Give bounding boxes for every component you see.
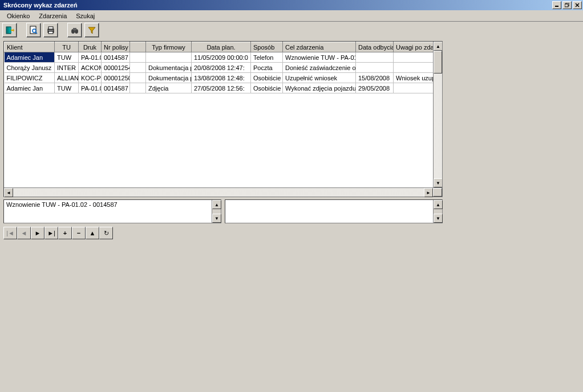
filter-button[interactable] [84,23,99,38]
cell-sposob[interactable]: Osobiście [251,73,283,83]
scroll-down-icon[interactable]: ▼ [212,214,221,223]
find-button[interactable] [67,23,82,38]
preview-icon [29,26,38,35]
table-row[interactable]: Chorąży JanuszINTER IACKOM00001254Dokume… [5,63,443,73]
nav-last-button[interactable]: ►| [44,227,58,239]
horizontal-scrollbar[interactable]: ◄ ► [4,187,442,197]
cell-cel[interactable]: Uzupełnić wniosek [283,73,356,83]
nav-prev-button[interactable]: ◄ [17,227,31,239]
cell-nr[interactable]: 0014587 [102,83,130,93]
cell-klient[interactable]: Adamiec Jan [5,83,55,93]
cell-tu[interactable]: TUW [55,83,79,93]
exit-button[interactable] [2,23,17,38]
cell-druk[interactable]: PA-01.0 [79,83,102,93]
column-header[interactable]: Klient [5,42,55,52]
cell-cel[interactable]: Wykonać zdjęcia pojazdu [283,83,356,93]
cell-tu[interactable]: INTER I [55,63,79,73]
svg-rect-2 [565,4,568,7]
cell-tu[interactable]: TUW [55,52,79,63]
cell-druk[interactable]: ACKOM [79,63,102,73]
cell-sposob[interactable]: Telefon [251,52,283,63]
svg-rect-11 [48,27,53,29]
cell-data[interactable]: 11/05/2009 00:00:0 [192,52,251,63]
detail-left-textbox[interactable]: Wznowienie TUW - PA-01.02 - 0014587 ▲ ▼ [3,199,221,223]
record-navigator: |◄ ◄ ► ►| + − ▲ ↻ [3,227,580,239]
exit-icon [5,26,14,35]
menu-okienko[interactable]: Okienko [2,11,34,21]
scroll-down-button[interactable]: ▼ [434,178,442,187]
cell-cel[interactable]: Wznowienie TUW - PA-01 [283,52,356,63]
cell-odbycia[interactable]: 15/08/2008 [356,73,394,83]
column-header[interactable]: Sposób [251,42,283,52]
cell-nr[interactable]: 0014587 [102,52,130,63]
column-header[interactable] [130,42,146,52]
cell-odbycia[interactable] [356,63,394,73]
cell-nr[interactable]: 00001250 [102,73,130,83]
cell-typ[interactable]: Zdjęcia [146,83,192,93]
column-header[interactable]: Data odbycia [356,42,394,52]
column-header[interactable]: Cel zdarzenia [283,42,356,52]
cell-tu[interactable]: ALLIAN [55,73,79,83]
column-header[interactable]: TU [55,42,79,52]
print-button[interactable] [43,23,58,38]
events-grid[interactable]: KlientTUDrukNr polisyTyp firmowyData pla… [3,41,443,197]
scroll-up-icon[interactable]: ▲ [212,200,221,209]
nav-first-button[interactable]: |◄ [3,227,17,239]
menubar: Okienko Zdarzenia Szukaj [0,10,583,22]
cell-data[interactable]: 20/08/2008 12:47: [192,63,251,73]
minimize-button[interactable] [552,1,561,9]
scroll-thumb[interactable] [434,51,442,74]
menu-zdarzenia[interactable]: Zdarzenia [34,11,71,21]
nav-edit-button[interactable]: ▲ [86,227,99,239]
cell-typ[interactable]: Dokumentacja p [146,63,192,73]
cell-data[interactable]: 27/05/2008 12:56: [192,83,251,93]
cell-sposob[interactable]: Osobiście [251,83,283,93]
svg-rect-12 [48,31,53,34]
nav-next-button[interactable]: ► [31,227,44,239]
cell-blank[interactable] [130,52,146,63]
cell-typ[interactable]: Dokumentacja p [146,73,192,83]
close-button[interactable] [573,1,582,9]
table-row[interactable]: FILIPOWICZALLIANKOC-P000001250Dokumentac… [5,73,443,83]
preview-button[interactable] [26,23,41,38]
cell-klient[interactable]: FILIPOWICZ [5,73,55,83]
cell-blank[interactable] [130,63,146,73]
cell-sposob[interactable]: Poczta [251,63,283,73]
column-header[interactable]: Typ firmowy [146,42,192,52]
cell-odbycia[interactable] [356,52,394,63]
column-header[interactable]: Data plan. [192,42,251,52]
table-row[interactable]: Adamiec JanTUWPA-01.00014587Zdjęcia27/05… [5,83,443,93]
table-row[interactable]: Adamiec JanTUWPA-01.0001458711/05/2009 0… [5,52,443,63]
cell-klient[interactable]: Adamiec Jan [5,52,55,63]
cell-blank[interactable] [130,73,146,83]
cell-typ[interactable] [146,52,192,63]
menu-szukaj[interactable]: Szukaj [71,11,99,21]
cell-nr[interactable]: 00001254 [102,63,130,73]
detail-right-textbox[interactable]: ▲ ▼ [225,199,443,223]
restore-button[interactable] [562,1,572,9]
cell-klient[interactable]: Chorąży Janusz [5,63,55,73]
vertical-scrollbar[interactable]: ▲ ▼ [433,42,442,187]
scroll-up-button[interactable]: ▲ [434,42,442,51]
titlebar: Skrócony wykaz zdarzeń [0,0,583,10]
cell-druk[interactable]: PA-01.0 [79,52,102,63]
scroll-left-button[interactable]: ◄ [4,188,13,197]
cell-cel[interactable]: Donieść zaświadczenie o [283,63,356,73]
column-header[interactable]: Druk [79,42,102,52]
nav-refresh-button[interactable]: ↻ [99,227,113,239]
binoculars-icon [70,26,79,35]
detail-left-text: Wznowienie TUW - PA-01.02 - 0014587 [6,201,118,208]
scroll-right-button[interactable]: ► [424,188,433,197]
nav-delete-button[interactable]: − [72,227,86,239]
cell-odbycia[interactable]: 29/05/2008 [356,83,394,93]
nav-add-button[interactable]: + [58,227,72,239]
scroll-down-icon[interactable]: ▼ [434,214,443,223]
cell-druk[interactable]: KOC-P0 [79,73,102,83]
svg-rect-15 [73,28,76,30]
filter-icon [87,26,96,35]
scroll-up-icon[interactable]: ▲ [434,200,443,209]
toolbar [0,22,583,39]
cell-data[interactable]: 13/08/2008 12:48: [192,73,251,83]
cell-blank[interactable] [130,83,146,93]
column-header[interactable]: Nr polisy [102,42,130,52]
